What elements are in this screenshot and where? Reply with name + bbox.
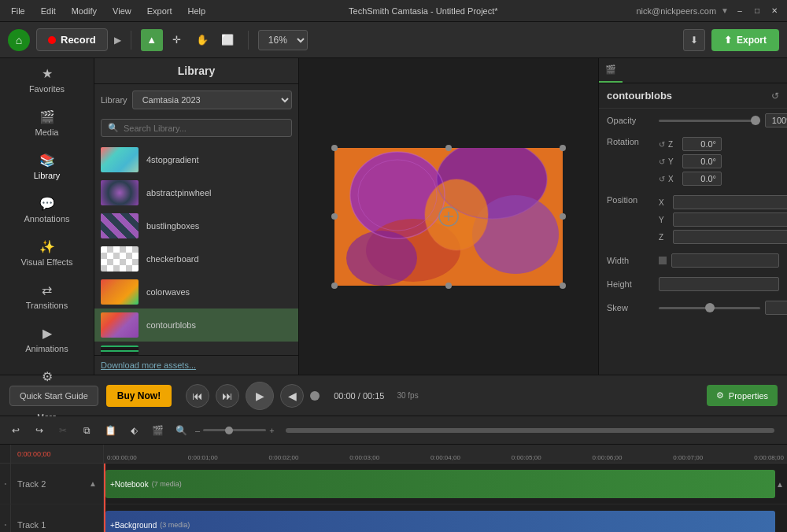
handle-left-mid[interactable] [331,213,338,220]
pan-tool[interactable]: ✋ [191,29,213,51]
zoom-plus-icon[interactable]: + [269,426,274,435]
opacity-slider[interactable] [659,120,760,122]
side-control-track2[interactable]: • [0,464,11,504]
handle-bottom-mid[interactable] [445,283,452,289]
undo-button[interactable]: ↩ [6,421,25,440]
menu-export[interactable]: Export [142,5,177,17]
position-x-input[interactable]: -4.4 [673,195,787,209]
zoom-in-button[interactable]: 🔍 [172,421,190,440]
dropdown-icon[interactable]: ▼ [721,6,729,15]
video-mode-button[interactable]: 🎬 [148,421,167,440]
record-button[interactable]: Record [36,28,108,51]
list-item[interactable]: colorwaves [94,275,298,308]
library-list: 4stopgradient abstractpinwheel bustlingb… [94,143,298,355]
rewind-button[interactable]: ⏮ [186,384,209,408]
handle-top-right[interactable] [560,145,566,151]
track-2-collapse-icon[interactable]: ▲ [776,479,784,488]
redo-button[interactable]: ↪ [30,421,49,440]
maximize-button[interactable]: □ [751,5,763,17]
sidebar-item-animations[interactable]: ▶ Animations [0,318,94,361]
timeline-ruler: 0:00:00;00 0:00:01;00 0:00:02;00 0:00:03… [104,445,787,464]
rotation-z-input[interactable]: 0.0° [682,137,722,151]
list-item[interactable]: abstractpinwheel [94,176,298,209]
share-button[interactable]: ⬇ [683,29,705,51]
properties-tab-video[interactable]: 🎬 [599,58,623,83]
rotation-y-input[interactable]: 0.0° [682,154,722,168]
window-controls: nick@nickpeers.com ▼ – □ ✕ [636,5,781,17]
side-control-track1[interactable]: • [0,504,11,532]
zoom-select[interactable]: 16% [258,30,308,50]
properties-button[interactable]: ⚙ Properties [707,385,778,406]
menu-edit[interactable]: Edit [36,5,61,17]
sidebar-item-annotations[interactable]: 💬 Annotations [0,188,94,231]
paste-button[interactable]: 📋 [101,421,120,440]
play-button[interactable]: ▶ [246,382,274,410]
menu-modify[interactable]: Modify [67,5,102,17]
timeline-playhead[interactable] [104,464,105,532]
position-y-input[interactable]: -6.3 [673,212,787,227]
home-button[interactable]: ⌂ [8,29,30,51]
select-tool[interactable]: ▲ [141,29,163,51]
library-search-input[interactable] [124,124,285,133]
position-z-input[interactable]: 0.0 [673,230,787,244]
split-button[interactable]: ⬖ [124,421,143,440]
timeline-scrollbar[interactable] [286,428,774,433]
handle-top-left[interactable] [331,145,338,151]
library-source-select[interactable]: Camtasia 2023 [132,91,292,109]
list-item[interactable]: checkerboard [94,242,298,275]
library-thumb-4stopgradient [101,147,139,172]
timeline-zoom-slider[interactable] [203,429,266,431]
zoom-minus-icon[interactable]: – [195,426,200,435]
rotation-group: ↺ Z 0.0° ↺ Y 0.0° ↺ X 0.0° [659,137,722,186]
library-item-name: abstractpinwheel [146,188,212,198]
ruler-mark-3: 0:00:03;00 [349,454,379,461]
handle-bottom-right[interactable] [560,283,566,289]
sidebar-item-visual-effects[interactable]: ✨ Visual Effects [0,231,94,275]
skew-slider[interactable] [659,307,760,309]
quick-start-button[interactable]: Quick Start Guide [9,386,98,406]
transform-tool[interactable]: ✛ [166,29,188,51]
menu-file[interactable]: File [6,5,30,17]
timeline-tracks-container: + Notebook (7 media) ▲ + Background (3 m… [104,464,787,532]
menu-view[interactable]: View [108,5,136,17]
position-x-row: X -4.4 ↺ [659,195,787,209]
copy-button[interactable]: ⧉ [77,421,96,440]
library-item-name: bustlingboxes [146,221,199,231]
opacity-value: 100% [765,113,787,127]
sidebar-item-library[interactable]: 📚 Library [0,145,94,188]
rotation-x-input[interactable]: 0.0° [682,172,722,186]
sidebar-item-favorites[interactable]: ★ Favorites [0,58,94,102]
minimize-button[interactable]: – [733,5,746,17]
sidebar-item-transitions[interactable]: ⇄ Transitions [0,275,94,318]
handle-bottom-left[interactable] [331,283,338,289]
handle-top-mid[interactable] [445,145,452,151]
crop-tool[interactable]: ⬜ [216,29,238,51]
ruler-mark-6: 0:00:06;00 [593,454,623,461]
step-forward-button[interactable]: ◀ [280,384,304,408]
cut-button[interactable]: ✂ [54,421,72,440]
step-back-button[interactable]: ⏭ [216,384,239,408]
library-item-name-selected: contourblobs [146,320,196,330]
width-input[interactable]: 1,920.0 [671,253,779,268]
buy-now-button[interactable]: Buy Now! [106,385,172,407]
rotation-row: Rotation ↺ Z 0.0° ↺ Y 0.0° ↺ X 0.0° [599,132,787,190]
skew-value[interactable]: 0 [765,301,787,315]
close-button[interactable]: ✕ [768,5,781,17]
list-item[interactable]: bustlingboxes [94,209,298,242]
sidebar-item-media[interactable]: 🎬 Media [0,102,94,145]
handle-right-mid[interactable] [560,213,566,220]
record-dropdown-arrow[interactable]: ▶ [114,35,121,46]
list-item[interactable]: 4stopgradient [94,143,298,176]
export-button[interactable]: ⬆ Export [711,29,779,51]
track-2-expand[interactable]: ▲ [89,479,97,488]
list-item[interactable]: digitaltrains [94,342,298,355]
menu-help[interactable]: Help [183,5,211,17]
track-2-clip[interactable]: + Notebook (7 media) [105,470,775,498]
rotation-z-icon: ↺ [659,140,665,149]
refresh-icon[interactable]: ↺ [771,91,779,102]
height-input[interactable]: 1,080.0 [659,277,779,291]
track-1-clip[interactable]: + Background (3 media) [105,511,775,532]
media-icon: 🎬 [39,109,55,124]
download-more-link[interactable]: Download more assets... [101,360,196,370]
list-item-selected[interactable]: contourblobs [94,308,298,342]
